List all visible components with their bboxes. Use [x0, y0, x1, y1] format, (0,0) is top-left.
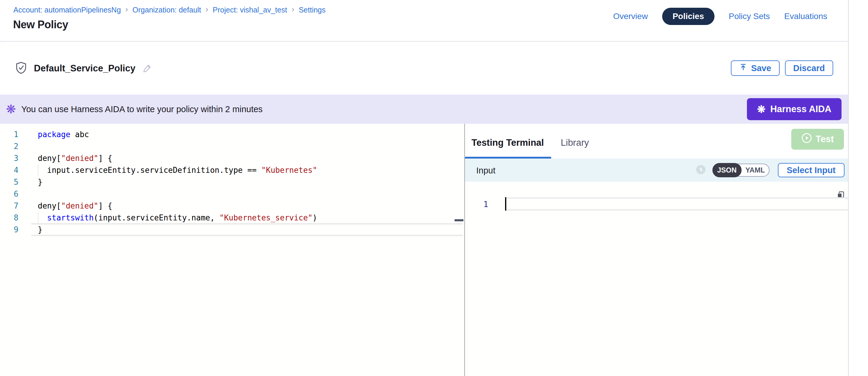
input-panel-header: Input JSON YAML Select Input	[465, 159, 848, 182]
code-line-1[interactable]: 1package abc	[0, 128, 464, 140]
test-button[interactable]: Test	[791, 129, 844, 150]
pencil-icon	[143, 63, 152, 74]
code-line-2[interactable]: 2	[0, 140, 464, 152]
play-circle-icon	[801, 133, 812, 146]
format-toggle: JSON YAML	[712, 164, 770, 177]
line-number: 2	[0, 140, 19, 152]
breadcrumb-account[interactable]: Account: automationPipelinesNg	[13, 6, 121, 14]
line-number: 6	[0, 188, 19, 200]
aida-flower-icon: ❋	[6, 103, 16, 115]
code-text: }	[38, 176, 42, 188]
header-tabs: Overview Policies Policy Sets Evaluation…	[613, 8, 827, 25]
code-text: deny["denied"] {	[38, 152, 112, 164]
toggle-yaml[interactable]: YAML	[742, 166, 769, 174]
policy-toolbar: Default_Service_Policy	[0, 42, 848, 95]
input-editor[interactable]: 1	[465, 182, 848, 376]
aida-flower-icon: ❋	[757, 104, 766, 114]
save-button[interactable]: Save	[731, 60, 780, 76]
new-policy-page: Account: automationPipelinesNg › Organiz…	[0, 0, 868, 376]
harness-aida-button[interactable]: ❋ Harness AIDA	[747, 98, 841, 120]
tab-overview[interactable]: Overview	[613, 11, 648, 21]
line-number: 3	[0, 152, 19, 164]
input-line-number: 1	[484, 199, 488, 209]
code-text: }	[38, 224, 42, 236]
breadcrumb-settings[interactable]: Settings	[299, 6, 326, 14]
page-title: New Policy	[13, 19, 68, 31]
text-cursor	[505, 197, 506, 211]
page-header: Account: automationPipelinesNg › Organiz…	[0, 0, 848, 42]
breadcrumb-organization[interactable]: Organization: default	[132, 6, 201, 14]
aida-banner-message: You can use Harness AIDA to write your p…	[22, 104, 263, 114]
code-line-7[interactable]: 7deny["denied"] {	[0, 200, 464, 212]
breadcrumb-project[interactable]: Project: vishal_av_test	[213, 6, 287, 14]
edit-name-button[interactable]	[143, 63, 152, 74]
line-number: 1	[0, 128, 19, 140]
code-line-9[interactable]: 9}	[0, 224, 464, 236]
tab-policy-sets[interactable]: Policy Sets	[729, 11, 770, 21]
content-right-border	[848, 0, 849, 376]
code-text: input.serviceEntity.serviceDefinition.ty…	[38, 164, 317, 176]
tab-policies[interactable]: Policies	[662, 8, 714, 25]
code-line-3[interactable]: 3deny["denied"] {	[0, 152, 464, 164]
line-number: 7	[0, 200, 19, 212]
line-number: 8	[0, 212, 19, 224]
select-input-button[interactable]: Select Input	[778, 163, 844, 177]
history-icon[interactable]	[696, 164, 706, 176]
line-number: 9	[0, 224, 19, 236]
code-line-5[interactable]: 5}	[0, 176, 464, 188]
input-current-line-highlight	[506, 197, 848, 211]
shield-check-icon	[16, 62, 27, 75]
code-text: startswith(input.serviceEntity.name, "Ku…	[38, 212, 317, 224]
policy-identity: Default_Service_Policy	[16, 42, 152, 95]
breadcrumb: Account: automationPipelinesNg › Organiz…	[13, 5, 326, 14]
line-number: 5	[0, 176, 19, 188]
code-line-8[interactable]: 8 startswith(input.serviceEntity.name, "…	[0, 212, 464, 224]
input-panel-controls: JSON YAML Select Input	[696, 159, 844, 182]
breadcrumb-separator-icon: ›	[206, 5, 208, 14]
toggle-json[interactable]: JSON	[712, 163, 742, 177]
testing-terminal-panel: Testing Terminal Library Test Input	[465, 124, 848, 376]
input-panel-title: Input	[476, 166, 496, 176]
code-line-4[interactable]: 4 input.serviceEntity.serviceDefinition.…	[0, 164, 464, 176]
code-line-6[interactable]: 6	[0, 188, 464, 200]
tab-evaluations[interactable]: Evaluations	[784, 11, 827, 21]
discard-button[interactable]: Discard	[785, 60, 833, 76]
upload-icon	[739, 63, 747, 73]
code-text: deny["denied"] {	[38, 200, 112, 212]
policy-name: Default_Service_Policy	[34, 63, 135, 74]
breadcrumb-separator-icon: ›	[291, 5, 294, 14]
line-number: 4	[0, 164, 19, 176]
aida-banner: ❋ You can use Harness AIDA to write your…	[0, 95, 848, 124]
policy-code-editor[interactable]: 1package abc23deny["denied"] {4 input.se…	[0, 124, 464, 376]
terminal-tabs: Testing Terminal Library Test	[465, 124, 848, 159]
toolbar-actions: Save Discard	[731, 60, 833, 76]
breadcrumb-separator-icon: ›	[125, 5, 128, 14]
tab-library[interactable]: Library	[561, 137, 589, 148]
code-text: package abc	[38, 128, 89, 140]
tab-testing-terminal[interactable]: Testing Terminal	[471, 137, 544, 148]
